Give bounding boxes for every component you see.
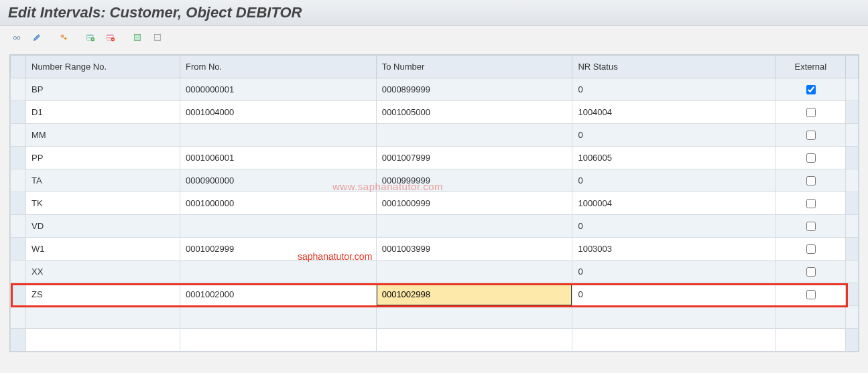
row-selector[interactable] bbox=[11, 260, 26, 283]
scroll-cell[interactable] bbox=[846, 192, 859, 215]
cell-from-value: 0001002999 bbox=[180, 238, 376, 260]
cell-nr[interactable]: BP bbox=[26, 78, 180, 101]
svg-rect-8 bbox=[107, 35, 113, 36]
cell-nr[interactable]: ZS bbox=[26, 283, 180, 306]
cell-status[interactable]: 1004004 bbox=[572, 101, 776, 124]
scroll-cell[interactable] bbox=[846, 283, 859, 306]
cell-status-value: 1006005 bbox=[572, 147, 775, 169]
scroll-cell[interactable] bbox=[846, 101, 859, 124]
deselect-all-button[interactable] bbox=[149, 30, 166, 45]
cell-to[interactable]: 0000999999 bbox=[376, 169, 572, 192]
cell-to[interactable] bbox=[376, 260, 572, 283]
svg-point-1 bbox=[17, 37, 20, 40]
change-status-button[interactable] bbox=[55, 30, 72, 45]
insert-row-icon bbox=[86, 32, 95, 43]
delete-row-button[interactable] bbox=[102, 30, 119, 45]
cell-from-value bbox=[180, 124, 376, 146]
row-selector[interactable] bbox=[11, 283, 26, 306]
cell-from-value: 0001006001 bbox=[180, 147, 376, 169]
cell-nr[interactable]: MM bbox=[26, 124, 180, 147]
cell-from[interactable] bbox=[180, 215, 376, 238]
cell-from-value bbox=[180, 215, 376, 237]
display-toggle-button[interactable] bbox=[8, 30, 25, 45]
cell-to[interactable]: 0001005000 bbox=[376, 101, 572, 124]
cell-to[interactable]: 0001007999 bbox=[376, 147, 572, 169]
cell-to[interactable]: 0000899999 bbox=[376, 78, 572, 101]
col-ext[interactable]: External bbox=[776, 56, 846, 78]
cell-status[interactable]: 0 bbox=[572, 260, 776, 283]
cell-to[interactable] bbox=[376, 283, 572, 306]
row-selector[interactable] bbox=[11, 78, 26, 101]
cell-status[interactable]: 1006005 bbox=[572, 147, 776, 169]
cell-nr[interactable]: D1 bbox=[26, 101, 180, 124]
col-nr[interactable]: Number Range No. bbox=[26, 56, 180, 78]
scroll-cell[interactable] bbox=[846, 147, 859, 169]
external-checkbox[interactable] bbox=[806, 244, 816, 254]
cell-status[interactable]: 0 bbox=[572, 283, 776, 306]
cell-from[interactable]: 0001006001 bbox=[180, 147, 376, 169]
scroll-cell[interactable] bbox=[846, 215, 859, 238]
row-selector[interactable] bbox=[11, 101, 26, 124]
cell-from[interactable]: 0001002000 bbox=[180, 283, 376, 306]
cell-status[interactable]: 1000004 bbox=[572, 192, 776, 215]
scroll-cell[interactable] bbox=[846, 169, 859, 192]
cell-from[interactable]: 0001000000 bbox=[180, 192, 376, 215]
external-checkbox[interactable] bbox=[806, 290, 816, 299]
row-selector[interactable] bbox=[11, 169, 26, 192]
external-checkbox[interactable] bbox=[806, 222, 816, 231]
col-selector[interactable] bbox=[11, 56, 26, 78]
cell-from-value bbox=[180, 260, 376, 283]
scroll-cell[interactable] bbox=[846, 78, 859, 101]
cell-nr[interactable]: TA bbox=[26, 169, 180, 192]
cell-nr[interactable]: TK bbox=[26, 192, 180, 215]
cell-from[interactable]: 0000900000 bbox=[180, 169, 376, 192]
scroll-cell[interactable] bbox=[846, 238, 859, 260]
scroll-cell[interactable] bbox=[846, 124, 859, 147]
row-selector[interactable] bbox=[11, 192, 26, 215]
cell-from-value: 0001000000 bbox=[180, 192, 376, 214]
cell-from[interactable] bbox=[180, 260, 376, 283]
cell-status[interactable]: 1003003 bbox=[572, 238, 776, 260]
col-status[interactable]: NR Status bbox=[572, 56, 776, 78]
row-selector[interactable] bbox=[11, 124, 26, 147]
external-checkbox[interactable] bbox=[806, 108, 816, 117]
row-selector[interactable] bbox=[11, 147, 26, 169]
external-checkbox[interactable] bbox=[806, 267, 816, 277]
cell-from[interactable]: 0001004000 bbox=[180, 101, 376, 124]
external-checkbox[interactable] bbox=[806, 85, 816, 94]
row-selector[interactable] bbox=[11, 329, 26, 352]
cell-status[interactable]: 0 bbox=[572, 215, 776, 238]
cell-to[interactable]: 0001003999 bbox=[376, 238, 572, 260]
to-number-input[interactable] bbox=[377, 283, 572, 305]
cell-from[interactable] bbox=[180, 124, 376, 147]
cell-nr[interactable]: W1 bbox=[26, 238, 180, 260]
external-checkbox[interactable] bbox=[806, 199, 816, 208]
cell-nr[interactable]: PP bbox=[26, 147, 180, 169]
cell-to[interactable] bbox=[376, 215, 572, 238]
scroll-cell[interactable] bbox=[846, 260, 859, 283]
external-checkbox[interactable] bbox=[806, 131, 816, 140]
cell-to-value: 0000999999 bbox=[377, 169, 572, 192]
select-all-button[interactable] bbox=[129, 30, 146, 45]
external-checkbox[interactable] bbox=[806, 153, 816, 163]
col-to[interactable]: To Number bbox=[376, 56, 572, 78]
external-checkbox[interactable] bbox=[806, 176, 816, 185]
col-from[interactable]: From No. bbox=[180, 56, 376, 78]
row-selector[interactable] bbox=[11, 306, 26, 329]
cell-status[interactable]: 0 bbox=[572, 78, 776, 101]
edit-button[interactable] bbox=[28, 30, 46, 45]
empty-cell bbox=[180, 306, 376, 329]
cell-to[interactable] bbox=[376, 124, 572, 147]
cell-status[interactable]: 0 bbox=[572, 169, 776, 192]
scroll-track[interactable] bbox=[846, 56, 859, 78]
cell-from[interactable]: 0001002999 bbox=[180, 238, 376, 260]
cell-nr[interactable]: XX bbox=[26, 260, 180, 283]
row-selector[interactable] bbox=[11, 238, 26, 260]
cell-status[interactable]: 0 bbox=[572, 124, 776, 147]
cell-to[interactable]: 0001000999 bbox=[376, 192, 572, 215]
row-selector[interactable] bbox=[11, 215, 26, 238]
intervals-table-wrap: Number Range No. From No. To Number NR S… bbox=[9, 54, 859, 352]
cell-nr[interactable]: VD bbox=[26, 215, 180, 238]
cell-from[interactable]: 0000000001 bbox=[180, 78, 376, 101]
insert-row-button[interactable] bbox=[82, 30, 99, 45]
